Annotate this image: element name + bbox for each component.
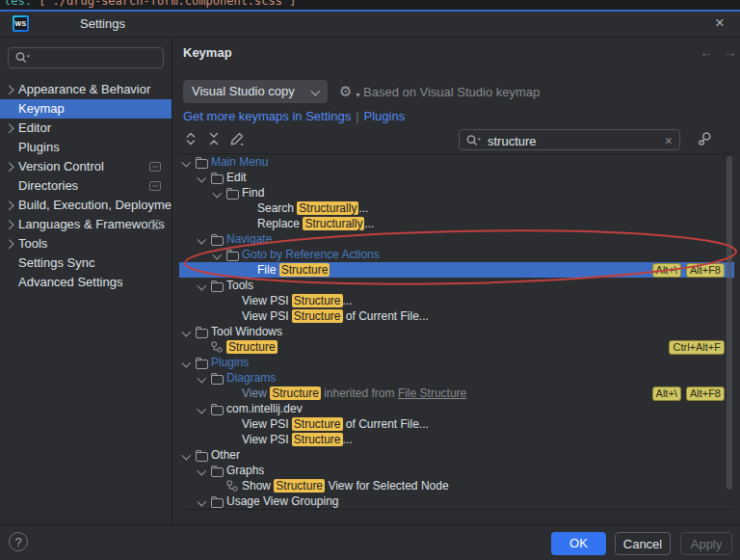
dialog-titlebar[interactable]: WS Settings × [0, 12, 740, 38]
find-by-shortcut-icon[interactable] [698, 131, 713, 147]
chevron-expanded-icon[interactable] [198, 405, 206, 413]
tree-row-label: Edit [226, 170, 247, 185]
chevron-expanded-icon[interactable] [198, 281, 206, 290]
chevron-expanded-icon[interactable] [198, 497, 206, 506]
gear-icon[interactable]: ⚙ [339, 83, 352, 100]
chevron-expanded-icon[interactable] [182, 451, 191, 460]
sidebar-item-keymap[interactable]: Keymap [0, 99, 172, 119]
tree-row-label: Main Menu [211, 154, 268, 170]
tree-group-row[interactable]: Find [179, 185, 734, 200]
project-scope-icon [149, 162, 161, 172]
sidebar-item-settings-sync[interactable]: Settings Sync [0, 253, 172, 273]
tree-action-row[interactable]: Show Structure View for Selected Node [179, 478, 734, 493]
tree-group-row[interactable]: Navigate [179, 231, 734, 247]
tree-action-row[interactable]: View PSI Structure of Current File... [179, 416, 734, 432]
sidebar-item-version-control[interactable]: Version Control [0, 157, 172, 176]
tree-group-row[interactable]: Tools [179, 278, 734, 293]
tree-search-input[interactable] [486, 132, 653, 149]
chevron-expanded-icon[interactable] [198, 467, 206, 475]
tree-action-row[interactable]: View PSI Structure of Current File... [179, 308, 734, 324]
chevron-expanded-icon[interactable] [198, 235, 206, 244]
tree-group-row[interactable]: Main Menu [179, 154, 734, 170]
tree-row-label: Navigate [226, 231, 272, 247]
sidebar-item-languages-frameworks[interactable]: Languages & Frameworks [0, 215, 172, 234]
search-match-highlight: Structure [292, 417, 343, 431]
gear-caret-icon: ▼ [355, 92, 361, 98]
close-icon[interactable]: × [709, 13, 730, 34]
folder-icon [211, 498, 224, 508]
page-title: Keymap [183, 45, 232, 60]
tree-action-row[interactable]: View Structure inherited from File Struc… [179, 386, 734, 401]
settings-sidebar: Appearance & BehaviorKeymapEditorPlugins… [0, 38, 172, 525]
tree-action-row[interactable]: View PSI Structure... [179, 293, 734, 308]
chevron-right-icon[interactable] [5, 240, 13, 249]
tree-row-label: Tools [226, 278, 253, 293]
edit-pencil-icon[interactable] [229, 131, 245, 147]
tree-action-row[interactable]: View PSI Structure... [179, 432, 734, 447]
keymap-panel: Keymap ← → Visual Studio copy ⚙ ▼ Based … [172, 38, 740, 525]
tree-group-row[interactable]: Goto by Reference Actions [179, 247, 734, 262]
sidebar-item-advanced-settings[interactable]: Advanced Settings [0, 273, 172, 292]
chevron-expanded-icon[interactable] [213, 251, 222, 259]
chevron-expanded-icon[interactable] [198, 173, 206, 182]
tree-row-label: File Structure [257, 262, 330, 278]
shortcut-badges: Alt+\Alt+F8 [652, 263, 725, 278]
tree-action-row[interactable]: StructureCtrl+Alt+F [179, 339, 734, 355]
shortcut-badge: Alt+\ [652, 263, 681, 278]
help-icon[interactable]: ? [9, 532, 28, 551]
chevron-right-icon[interactable] [5, 201, 13, 210]
tree-row-label: View PSI Structure of Current File... [242, 416, 429, 432]
tree-group-row[interactable]: Tool Windows [179, 324, 734, 339]
sidebar-item-label: Directories [18, 178, 78, 193]
sidebar-search-field[interactable] [8, 47, 164, 68]
tree-group-row[interactable]: Usage View Grouping [179, 493, 734, 509]
chevron-expanded-icon[interactable] [182, 359, 191, 367]
tree-group-row[interactable]: com.intellij.dev [179, 401, 734, 416]
chevron-right-icon[interactable] [5, 124, 13, 133]
sidebar-item-label: Keymap [18, 101, 65, 116]
tree-rows: Main MenuEditFindSearch Structurally...R… [179, 154, 734, 509]
chevron-right-icon[interactable] [5, 163, 13, 172]
sidebar-item-tools[interactable]: Tools [0, 234, 172, 253]
search-match-highlight: Structure [274, 479, 325, 493]
back-arrow-icon[interactable]: ← [700, 43, 714, 60]
chevron-right-icon[interactable] [5, 86, 13, 94]
tree-group-row[interactable]: Edit [179, 170, 734, 185]
sidebar-item-plugins[interactable]: Plugins [0, 138, 172, 157]
search-match-highlight: Structure [226, 340, 278, 354]
tree-action-row[interactable]: Replace Structurally... [179, 216, 734, 231]
get-more-keymaps-link[interactable]: Get more keymaps in Settings [183, 109, 351, 123]
plugins-link[interactable]: Plugins [364, 109, 406, 123]
search-match-highlight: Structurally [303, 217, 364, 230]
ok-button[interactable]: OK [551, 532, 606, 555]
apply-button[interactable]: Apply [680, 532, 732, 555]
tree-action-row[interactable]: File StructureAlt+\Alt+F8 [179, 262, 734, 278]
sidebar-item-appearance-behavior[interactable]: Appearance & Behavior [0, 80, 172, 99]
chevron-expanded-icon[interactable] [182, 328, 191, 336]
chevron-expanded-icon[interactable] [182, 158, 191, 167]
sidebar-item-build-execution-deployment[interactable]: Build, Execution, Deployment [0, 196, 172, 215]
tree-group-row[interactable]: Other [179, 447, 734, 463]
tree-group-row[interactable]: Diagrams [179, 370, 734, 386]
sidebar-item-label: Version Control [18, 159, 104, 173]
cancel-button[interactable]: Cancel [615, 532, 671, 555]
chevron-expanded-icon[interactable] [198, 374, 206, 383]
collapse-all-icon[interactable] [206, 131, 222, 147]
keymap-scheme-select[interactable]: Visual Studio copy [183, 80, 328, 103]
sidebar-item-directories[interactable]: Directories [0, 176, 172, 196]
tree-row-label: View PSI Structure of Current File... [242, 308, 429, 324]
forward-arrow-icon[interactable]: → [723, 43, 737, 60]
chevron-right-icon[interactable] [5, 221, 13, 229]
search-icon [464, 133, 486, 148]
chevron-expanded-icon[interactable] [213, 189, 222, 198]
tree-group-row[interactable]: Plugins [179, 355, 734, 370]
tree-group-row[interactable]: Graphs [179, 463, 734, 478]
keymap-links: Get more keymaps in Settings|Plugins [183, 109, 405, 123]
tree-scrollbar[interactable] [727, 156, 732, 490]
clear-search-icon[interactable]: × [665, 131, 673, 150]
tree-search-field[interactable]: × [459, 129, 680, 150]
expand-all-icon[interactable] [183, 131, 198, 147]
sidebar-search-input[interactable] [34, 49, 161, 67]
tree-action-row[interactable]: Search Structurally... [179, 200, 734, 216]
sidebar-item-editor[interactable]: Editor [0, 119, 172, 138]
